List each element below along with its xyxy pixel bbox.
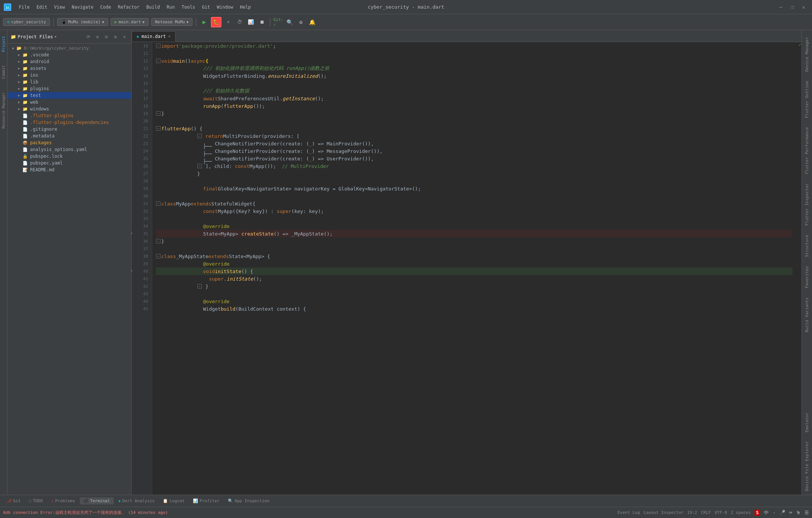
folder-icon: 📁 bbox=[11, 34, 16, 39]
input-dot-icon[interactable]: · bbox=[773, 510, 776, 515]
tree-item-windows[interactable]: ▶ 📁 windows bbox=[8, 106, 131, 112]
menu-build[interactable]: Build bbox=[143, 3, 163, 11]
tree-item-test[interactable]: ▶ 📁 test bbox=[8, 92, 131, 99]
git-status[interactable]: Git: ✓ bbox=[274, 18, 283, 27]
tree-item-android[interactable]: ▶ 📁 android bbox=[8, 58, 131, 65]
bottom-tab-profiler[interactable]: 📊 Profiler bbox=[189, 497, 223, 504]
menu-git[interactable]: Git bbox=[199, 3, 213, 11]
input-keyboard-icon[interactable]: ⌨ bbox=[789, 510, 792, 515]
tree-item-gitignore[interactable]: 📄 .gitignore bbox=[8, 126, 131, 133]
bottom-tab-app-inspection[interactable]: 🔍 App Inspection bbox=[224, 497, 273, 504]
file-selector[interactable]: ▶ main.dart ▼ bbox=[111, 18, 149, 26]
left-tab-commit[interactable]: Commit bbox=[0, 62, 7, 82]
event-log-btn[interactable]: Event Log bbox=[617, 510, 640, 515]
fold-icon-42[interactable]: − bbox=[197, 284, 202, 288]
fold-icon-26[interactable]: − bbox=[197, 164, 202, 168]
encoding-indicator[interactable]: UTF-8 bbox=[715, 510, 727, 515]
tab-main-dart[interactable]: ◈ main.dart ✕ bbox=[132, 31, 176, 42]
tree-item-vscode[interactable]: ▶ 📁 .vscode bbox=[8, 51, 131, 58]
menu-run[interactable]: Run bbox=[164, 3, 178, 11]
minimize-btn[interactable]: ─ bbox=[776, 3, 785, 11]
tree-item-assets[interactable]: ▶ 📁 assets bbox=[8, 65, 131, 72]
run-button[interactable]: ▶ bbox=[200, 18, 209, 27]
bottom-tab-problems[interactable]: ⚠ Problems bbox=[47, 497, 79, 504]
close-btn[interactable]: ✕ bbox=[799, 3, 808, 11]
bottom-tab-git[interactable]: ⎇ Git bbox=[3, 497, 24, 504]
right-tab-flutter-perf[interactable]: Flutter Performance bbox=[803, 123, 811, 178]
input-lang-icon[interactable]: 中 bbox=[764, 509, 769, 516]
tree-item-metadata[interactable]: 📄 .metadata bbox=[8, 133, 131, 139]
debug-button[interactable]: 🐛 bbox=[211, 17, 221, 27]
bottom-tab-todo[interactable]: ☐ TODO bbox=[25, 497, 47, 504]
server-selector[interactable]: Netease MuMu ▼ bbox=[151, 18, 193, 26]
left-tab-project[interactable]: Project bbox=[0, 33, 7, 55]
tree-item-flutter-plugins[interactable]: 📄 .flutter-plugins bbox=[8, 112, 131, 119]
tree-item-web[interactable]: ▶ 📁 web bbox=[8, 99, 131, 106]
attach-button[interactable]: ⚡ bbox=[224, 18, 233, 27]
fold-icon-19[interactable]: − bbox=[156, 111, 161, 116]
sync-icon[interactable]: ⟳ bbox=[85, 33, 92, 41]
menu-help[interactable]: Help bbox=[237, 3, 254, 11]
indent-indicator[interactable]: 2 spaces bbox=[731, 510, 751, 515]
layout-inspector-btn[interactable]: Layout Inspector bbox=[644, 510, 683, 515]
tree-item-pubspec-lock[interactable]: 🔒 pubspec.lock bbox=[8, 153, 131, 160]
bottom-tab-terminal[interactable]: ⬛ Terminal bbox=[80, 497, 114, 504]
right-tab-device-explorer[interactable]: Device File Explorer bbox=[803, 438, 811, 495]
tree-item-flutter-plugins-dep[interactable]: 📄 .flutter-plugins-dependencies bbox=[8, 119, 131, 126]
restore-btn[interactable]: ❐ bbox=[788, 3, 797, 11]
tree-item-pubspec-yaml[interactable]: 📄 pubspec.yaml bbox=[8, 160, 131, 166]
expand-arrow[interactable]: ▼ bbox=[12, 47, 17, 50]
code-line-24: ├── ChangeNotifierProvider(create: (_) =… bbox=[156, 147, 792, 155]
gear-icon[interactable]: ⚙ bbox=[112, 33, 119, 41]
dropdown-icon[interactable]: ▼ bbox=[55, 35, 56, 39]
fold-icon-36[interactable]: − bbox=[156, 239, 161, 243]
right-tab-flutter-outline[interactable]: Flutter Outline bbox=[803, 77, 811, 122]
right-tab-structure[interactable]: Structure bbox=[803, 231, 811, 261]
input-mouse-icon[interactable]: 🖱 bbox=[796, 510, 801, 515]
notifications-button[interactable]: 🔔 bbox=[308, 18, 317, 27]
bottom-tab-dart-analysis[interactable]: ◈ Dart Analysis bbox=[115, 497, 159, 504]
menu-code[interactable]: Code bbox=[97, 3, 114, 11]
sort-icon[interactable]: ≡ bbox=[94, 33, 101, 41]
fold-icon-10[interactable]: − bbox=[156, 44, 161, 48]
chevron-down-icon-2: ▼ bbox=[142, 20, 144, 24]
tab-close-btn[interactable]: ✕ bbox=[168, 34, 171, 39]
device-selector[interactable]: 📱 MuMu (mobile) ▼ bbox=[57, 18, 108, 26]
settings-button[interactable]: ⚙ bbox=[296, 18, 305, 27]
tree-item-plugins[interactable]: ▶ 📁 plugins bbox=[8, 85, 131, 92]
tree-item-analysis[interactable]: 📄 analysis_options.yaml bbox=[8, 146, 131, 153]
stop-button[interactable]: ⏹ bbox=[258, 18, 267, 27]
code-content[interactable]: −import 'package:provider/provider.dart'… bbox=[152, 42, 796, 495]
menu-refactor[interactable]: Refactor bbox=[115, 3, 142, 11]
input-menu-icon[interactable]: ☰ bbox=[804, 510, 809, 515]
folder-open-icon: 📂 bbox=[17, 46, 23, 51]
position-indicator[interactable]: 19:2 bbox=[687, 510, 697, 515]
menu-navigate[interactable]: Navigate bbox=[69, 3, 97, 11]
line-separator[interactable]: CRLF bbox=[701, 510, 711, 515]
line-num-20: 20 bbox=[133, 117, 148, 125]
right-tab-favorites[interactable]: Favorites bbox=[803, 262, 811, 292]
left-tab-resource[interactable]: Resource Manager bbox=[0, 89, 7, 131]
menu-file[interactable]: File bbox=[16, 3, 33, 11]
coverage-button[interactable]: 📊 bbox=[246, 18, 255, 27]
tree-item-lib[interactable]: ▶ 📁 lib bbox=[8, 79, 131, 85]
collapse-icon[interactable]: ⊟ bbox=[103, 33, 110, 41]
tree-item-packages[interactable]: 📦 packages bbox=[8, 139, 131, 146]
right-tab-build-variants[interactable]: Build Variants bbox=[803, 294, 811, 336]
right-tab-device-manager[interactable]: Device Manager bbox=[803, 33, 811, 76]
search-button[interactable]: 🔍 bbox=[285, 18, 294, 27]
input-mic-icon[interactable]: 🎤 bbox=[779, 510, 785, 515]
bottom-tab-logcat[interactable]: 📋 Logcat bbox=[159, 497, 188, 504]
tree-item-ios[interactable]: ▶ 📁 ios bbox=[8, 72, 131, 79]
menu-tools[interactable]: Tools bbox=[179, 3, 198, 11]
menu-view[interactable]: View bbox=[51, 3, 68, 11]
s-input-icon[interactable]: S bbox=[754, 510, 760, 516]
tree-item-readme[interactable]: 📝 README.md bbox=[8, 166, 131, 173]
right-tab-emulator[interactable]: Emulator bbox=[803, 409, 811, 436]
profile-button[interactable]: ⏱ bbox=[235, 18, 244, 27]
menu-edit[interactable]: Edit bbox=[33, 3, 50, 11]
right-tab-flutter-inspector[interactable]: Flutter Inspector bbox=[803, 180, 811, 230]
menu-window[interactable]: Window bbox=[214, 3, 236, 11]
close-panel-icon[interactable]: ✕ bbox=[121, 33, 128, 41]
app-name-btn[interactable]: ⚙ cyber_security bbox=[3, 18, 50, 26]
